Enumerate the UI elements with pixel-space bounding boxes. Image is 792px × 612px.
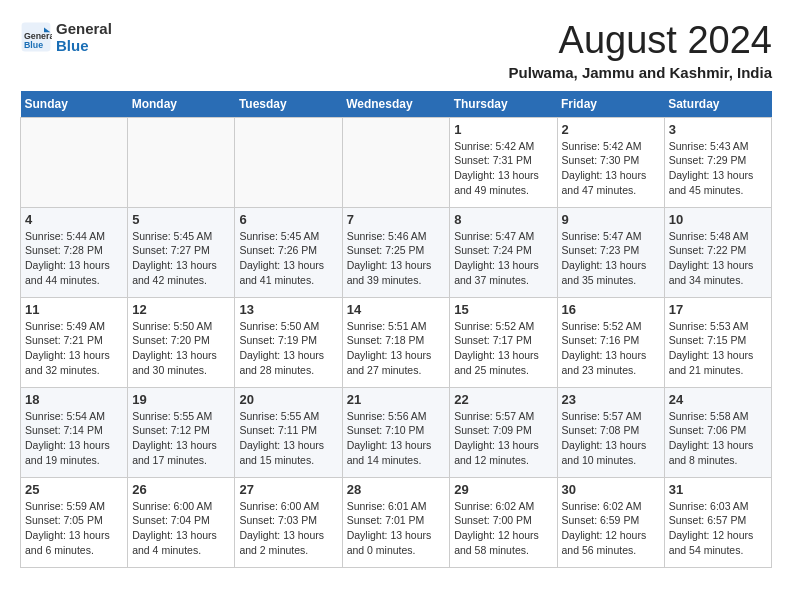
- cell-info: Sunrise: 6:03 AMSunset: 6:57 PMDaylight:…: [669, 499, 767, 558]
- calendar-cell: 4Sunrise: 5:44 AMSunset: 7:28 PMDaylight…: [21, 207, 128, 297]
- cell-info: Sunrise: 5:54 AMSunset: 7:14 PMDaylight:…: [25, 409, 123, 468]
- calendar-cell: 30Sunrise: 6:02 AMSunset: 6:59 PMDayligh…: [557, 477, 664, 567]
- calendar-cell: [235, 117, 342, 207]
- cell-info: Sunrise: 5:56 AMSunset: 7:10 PMDaylight:…: [347, 409, 446, 468]
- day-number: 16: [562, 302, 660, 317]
- calendar-cell: 27Sunrise: 6:00 AMSunset: 7:03 PMDayligh…: [235, 477, 342, 567]
- week-row-4: 18Sunrise: 5:54 AMSunset: 7:14 PMDayligh…: [21, 387, 772, 477]
- day-number: 21: [347, 392, 446, 407]
- calendar-cell: 12Sunrise: 5:50 AMSunset: 7:20 PMDayligh…: [128, 297, 235, 387]
- day-number: 14: [347, 302, 446, 317]
- calendar-cell: 22Sunrise: 5:57 AMSunset: 7:09 PMDayligh…: [450, 387, 557, 477]
- cell-info: Sunrise: 6:02 AMSunset: 7:00 PMDaylight:…: [454, 499, 552, 558]
- day-number: 26: [132, 482, 230, 497]
- day-number: 20: [239, 392, 337, 407]
- day-number: 24: [669, 392, 767, 407]
- calendar-cell: 17Sunrise: 5:53 AMSunset: 7:15 PMDayligh…: [664, 297, 771, 387]
- calendar-cell: 26Sunrise: 6:00 AMSunset: 7:04 PMDayligh…: [128, 477, 235, 567]
- cell-info: Sunrise: 5:49 AMSunset: 7:21 PMDaylight:…: [25, 319, 123, 378]
- day-number: 8: [454, 212, 552, 227]
- cell-info: Sunrise: 5:55 AMSunset: 7:11 PMDaylight:…: [239, 409, 337, 468]
- day-number: 10: [669, 212, 767, 227]
- day-number: 5: [132, 212, 230, 227]
- month-year: August 2024: [509, 20, 772, 62]
- day-number: 22: [454, 392, 552, 407]
- cell-info: Sunrise: 5:50 AMSunset: 7:20 PMDaylight:…: [132, 319, 230, 378]
- header-monday: Monday: [128, 91, 235, 118]
- cell-info: Sunrise: 6:01 AMSunset: 7:01 PMDaylight:…: [347, 499, 446, 558]
- calendar-cell: 23Sunrise: 5:57 AMSunset: 7:08 PMDayligh…: [557, 387, 664, 477]
- cell-info: Sunrise: 5:43 AMSunset: 7:29 PMDaylight:…: [669, 139, 767, 198]
- calendar-cell: 15Sunrise: 5:52 AMSunset: 7:17 PMDayligh…: [450, 297, 557, 387]
- calendar-cell: 3Sunrise: 5:43 AMSunset: 7:29 PMDaylight…: [664, 117, 771, 207]
- header-sunday: Sunday: [21, 91, 128, 118]
- cell-info: Sunrise: 5:57 AMSunset: 7:09 PMDaylight:…: [454, 409, 552, 468]
- day-number: 7: [347, 212, 446, 227]
- logo-icon: General Blue: [20, 21, 52, 53]
- cell-info: Sunrise: 5:58 AMSunset: 7:06 PMDaylight:…: [669, 409, 767, 468]
- cell-info: Sunrise: 6:00 AMSunset: 7:03 PMDaylight:…: [239, 499, 337, 558]
- week-row-5: 25Sunrise: 5:59 AMSunset: 7:05 PMDayligh…: [21, 477, 772, 567]
- day-number: 3: [669, 122, 767, 137]
- calendar-cell: 16Sunrise: 5:52 AMSunset: 7:16 PMDayligh…: [557, 297, 664, 387]
- day-number: 12: [132, 302, 230, 317]
- cell-info: Sunrise: 5:45 AMSunset: 7:27 PMDaylight:…: [132, 229, 230, 288]
- day-number: 30: [562, 482, 660, 497]
- calendar-cell: 24Sunrise: 5:58 AMSunset: 7:06 PMDayligh…: [664, 387, 771, 477]
- calendar-cell: 10Sunrise: 5:48 AMSunset: 7:22 PMDayligh…: [664, 207, 771, 297]
- calendar-cell: 28Sunrise: 6:01 AMSunset: 7:01 PMDayligh…: [342, 477, 450, 567]
- cell-info: Sunrise: 5:47 AMSunset: 7:23 PMDaylight:…: [562, 229, 660, 288]
- cell-info: Sunrise: 5:42 AMSunset: 7:30 PMDaylight:…: [562, 139, 660, 198]
- day-number: 18: [25, 392, 123, 407]
- calendar-cell: 29Sunrise: 6:02 AMSunset: 7:00 PMDayligh…: [450, 477, 557, 567]
- logo-line2: Blue: [56, 37, 112, 54]
- header-friday: Friday: [557, 91, 664, 118]
- day-number: 1: [454, 122, 552, 137]
- cell-info: Sunrise: 5:47 AMSunset: 7:24 PMDaylight:…: [454, 229, 552, 288]
- calendar-cell: 1Sunrise: 5:42 AMSunset: 7:31 PMDaylight…: [450, 117, 557, 207]
- day-number: 13: [239, 302, 337, 317]
- cell-info: Sunrise: 6:02 AMSunset: 6:59 PMDaylight:…: [562, 499, 660, 558]
- cell-info: Sunrise: 5:53 AMSunset: 7:15 PMDaylight:…: [669, 319, 767, 378]
- day-number: 28: [347, 482, 446, 497]
- calendar-cell: [128, 117, 235, 207]
- logo-line1: General: [56, 20, 112, 37]
- day-number: 9: [562, 212, 660, 227]
- day-number: 23: [562, 392, 660, 407]
- cell-info: Sunrise: 5:45 AMSunset: 7:26 PMDaylight:…: [239, 229, 337, 288]
- day-number: 25: [25, 482, 123, 497]
- cell-info: Sunrise: 5:59 AMSunset: 7:05 PMDaylight:…: [25, 499, 123, 558]
- cell-info: Sunrise: 5:46 AMSunset: 7:25 PMDaylight:…: [347, 229, 446, 288]
- header-thursday: Thursday: [450, 91, 557, 118]
- calendar-table: SundayMondayTuesdayWednesdayThursdayFrid…: [20, 91, 772, 568]
- cell-info: Sunrise: 6:00 AMSunset: 7:04 PMDaylight:…: [132, 499, 230, 558]
- day-number: 6: [239, 212, 337, 227]
- week-row-3: 11Sunrise: 5:49 AMSunset: 7:21 PMDayligh…: [21, 297, 772, 387]
- calendar-cell: 19Sunrise: 5:55 AMSunset: 7:12 PMDayligh…: [128, 387, 235, 477]
- day-number: 17: [669, 302, 767, 317]
- calendar-cell: 21Sunrise: 5:56 AMSunset: 7:10 PMDayligh…: [342, 387, 450, 477]
- cell-info: Sunrise: 5:55 AMSunset: 7:12 PMDaylight:…: [132, 409, 230, 468]
- week-row-1: 1Sunrise: 5:42 AMSunset: 7:31 PMDaylight…: [21, 117, 772, 207]
- calendar-cell: 13Sunrise: 5:50 AMSunset: 7:19 PMDayligh…: [235, 297, 342, 387]
- day-number: 19: [132, 392, 230, 407]
- calendar-cell: 14Sunrise: 5:51 AMSunset: 7:18 PMDayligh…: [342, 297, 450, 387]
- header-wednesday: Wednesday: [342, 91, 450, 118]
- cell-info: Sunrise: 5:52 AMSunset: 7:16 PMDaylight:…: [562, 319, 660, 378]
- cell-info: Sunrise: 5:50 AMSunset: 7:19 PMDaylight:…: [239, 319, 337, 378]
- cell-info: Sunrise: 5:51 AMSunset: 7:18 PMDaylight:…: [347, 319, 446, 378]
- calendar-cell: 20Sunrise: 5:55 AMSunset: 7:11 PMDayligh…: [235, 387, 342, 477]
- day-number: 15: [454, 302, 552, 317]
- calendar-cell: 25Sunrise: 5:59 AMSunset: 7:05 PMDayligh…: [21, 477, 128, 567]
- page-header: General Blue General Blue August 2024 Pu…: [20, 20, 772, 81]
- title-block: August 2024 Pulwama, Jammu and Kashmir, …: [509, 20, 772, 81]
- calendar-cell: 31Sunrise: 6:03 AMSunset: 6:57 PMDayligh…: [664, 477, 771, 567]
- location: Pulwama, Jammu and Kashmir, India: [509, 64, 772, 81]
- cell-info: Sunrise: 5:52 AMSunset: 7:17 PMDaylight:…: [454, 319, 552, 378]
- cell-info: Sunrise: 5:57 AMSunset: 7:08 PMDaylight:…: [562, 409, 660, 468]
- header-saturday: Saturday: [664, 91, 771, 118]
- cell-info: Sunrise: 5:44 AMSunset: 7:28 PMDaylight:…: [25, 229, 123, 288]
- svg-text:Blue: Blue: [24, 40, 43, 50]
- calendar-cell: 9Sunrise: 5:47 AMSunset: 7:23 PMDaylight…: [557, 207, 664, 297]
- day-number: 4: [25, 212, 123, 227]
